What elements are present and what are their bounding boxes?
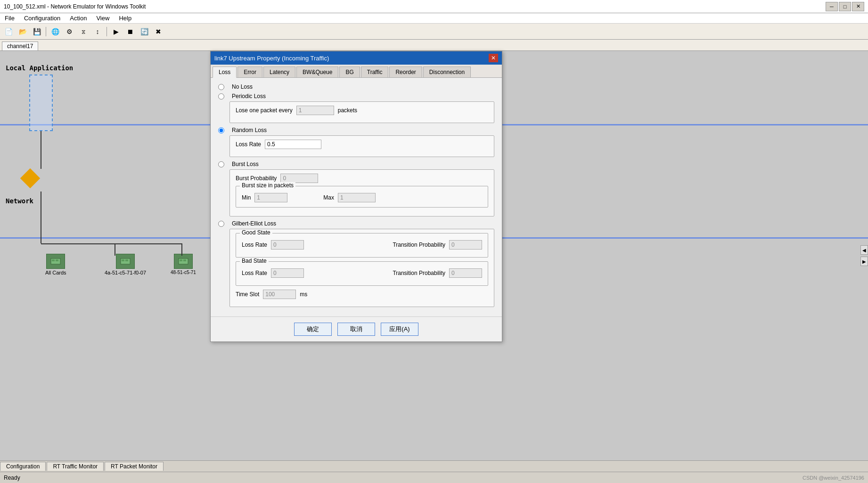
ge-loss-radio[interactable] <box>218 221 224 227</box>
bad-trans-prob-label: Transition Probability <box>393 270 445 276</box>
network-label: Network <box>6 197 33 205</box>
periodic-loss-group: Periodic Loss Lose one packet every pack… <box>218 93 494 123</box>
maximize-button[interactable]: □ <box>839 2 851 11</box>
burst-max-label: Max <box>323 194 334 201</box>
good-loss-rate-input[interactable] <box>271 240 304 250</box>
dialog-title-bar: link7 Upstream Property (Incoming Traffi… <box>211 51 502 65</box>
tab-loss[interactable]: Loss <box>213 67 237 78</box>
burst-loss-radio[interactable] <box>218 161 224 167</box>
net-node-label-1: All Cards <box>45 270 66 275</box>
apply-button[interactable]: 应用(A) <box>381 323 418 336</box>
time-slot-row: Time Slot ms <box>236 290 488 299</box>
cancel-button[interactable]: 取消 <box>337 323 375 336</box>
ge-loss-row: Gilbert-Elliot Loss <box>218 220 494 227</box>
status-bar: Ready CSDN @weixin_42574196 <box>0 472 868 483</box>
toolbar-settings[interactable]: ⚙ <box>63 25 76 38</box>
tab-latency[interactable]: Latency <box>263 67 295 77</box>
bottom-tab-rt-packet[interactable]: RT Packet Monitor <box>105 462 164 471</box>
bad-state-title: Bad State <box>240 258 269 264</box>
no-loss-row: No Loss <box>218 83 494 90</box>
random-loss-radio[interactable] <box>218 127 224 133</box>
random-loss-section: Loss Rate <box>229 135 494 157</box>
bad-loss-rate-input[interactable] <box>271 268 304 278</box>
toolbar-link[interactable]: ⧖ <box>77 25 90 38</box>
toolbar-separator-2 <box>106 27 107 36</box>
channel-tab[interactable]: channel17 <box>2 42 38 50</box>
burst-min-label: Min <box>242 194 251 201</box>
svg-rect-1 <box>52 259 55 261</box>
bad-trans-prob-input[interactable] <box>449 268 482 278</box>
time-slot-unit: ms <box>300 291 307 298</box>
net-node-label-2: 4a-51-c5-71-f0-07 <box>105 270 146 275</box>
tab-traffic[interactable]: Traffic <box>361 67 389 77</box>
toolbar-open[interactable]: 📂 <box>16 25 29 38</box>
close-button[interactable]: ✕ <box>852 2 864 11</box>
dialog-tabs: Loss Error Latency BW&Queue BG Traffic R… <box>211 65 502 78</box>
burst-loss-row: Burst Loss <box>218 161 494 167</box>
toolbar-separator-1 <box>46 27 46 36</box>
periodic-loss-label: Periodic Loss <box>232 93 266 100</box>
no-loss-label: No Loss <box>232 83 253 90</box>
scroll-down-button[interactable]: ▶ <box>860 257 868 266</box>
net-node-icon-2 <box>116 254 135 269</box>
burst-min-input[interactable] <box>254 193 287 202</box>
toolbar-network[interactable]: 🌐 <box>49 25 62 38</box>
time-slot-input[interactable] <box>263 290 296 299</box>
time-slot-label: Time Slot <box>236 291 259 298</box>
burst-size-title: Burst size in packets <box>240 182 295 189</box>
menu-configuration[interactable]: Configuration <box>21 14 63 23</box>
h-connector-2 <box>41 243 182 244</box>
bad-loss-rate-label: Loss Rate <box>242 270 267 276</box>
toolbar-stop[interactable]: ⏹ <box>123 25 137 38</box>
random-loss-row: Random Loss <box>218 127 494 133</box>
dialog-footer: 确定 取消 应用(A) <box>211 316 502 341</box>
tab-bg[interactable]: BG <box>339 67 360 77</box>
minimize-button[interactable]: ─ <box>826 2 838 11</box>
periodic-loss-row: Periodic Loss <box>218 93 494 100</box>
burst-prob-label: Burst Probability <box>236 175 277 182</box>
svg-rect-4 <box>122 259 124 261</box>
menu-help[interactable]: Help <box>116 14 134 23</box>
random-loss-form-row: Loss Rate <box>236 140 488 149</box>
tab-reorder[interactable]: Reorder <box>389 67 422 77</box>
channel-tab-bar: channel17 <box>0 40 868 51</box>
window-title: 10_100_512.xml - Network Emulator for Wi… <box>4 3 826 10</box>
tab-error[interactable]: Error <box>237 67 262 77</box>
net-node-label-3: 48-51-c5-71 <box>171 270 196 275</box>
network-card-icon <box>50 257 61 266</box>
status-text: Ready <box>4 475 20 481</box>
scroll-up-button[interactable]: ◀ <box>860 245 868 255</box>
burst-prob-input[interactable] <box>280 174 318 183</box>
toolbar-play[interactable]: ▶ <box>109 25 123 38</box>
net-node-card2: 4a-51-c5-71-f0-07 <box>105 254 146 275</box>
toolbar-new[interactable]: 📄 <box>2 25 15 38</box>
burst-max-input[interactable] <box>338 193 376 202</box>
title-bar: 10_100_512.xml - Network Emulator for Wi… <box>0 0 868 13</box>
dialog-close-button[interactable]: ✕ <box>489 54 498 62</box>
good-trans-prob-input[interactable] <box>449 240 482 250</box>
periodic-loss-input[interactable] <box>296 106 334 115</box>
random-loss-label: Random Loss <box>232 127 267 133</box>
tab-disconnection[interactable]: Disconnection <box>423 67 471 77</box>
toolbar-save[interactable]: 💾 <box>30 25 43 38</box>
confirm-button[interactable]: 确定 <box>294 323 332 336</box>
random-loss-rate-label: Loss Rate <box>236 141 261 148</box>
good-trans-prob-label: Transition Probability <box>393 242 445 248</box>
bottom-tab-configuration[interactable]: Configuration <box>0 462 46 471</box>
good-loss-rate-label: Loss Rate <box>242 242 267 248</box>
toolbar-sort[interactable]: ↕ <box>91 25 104 38</box>
tab-bwqueue[interactable]: BW&Queue <box>296 67 338 77</box>
v-connector-1 <box>41 131 41 169</box>
menu-action[interactable]: Action <box>67 14 90 23</box>
random-loss-rate-input[interactable] <box>265 140 321 149</box>
periodic-loss-field-label: Lose one packet every <box>236 107 293 114</box>
svg-rect-7 <box>180 259 182 261</box>
toolbar-refresh[interactable]: 🔄 <box>138 25 151 38</box>
random-loss-group: Random Loss Loss Rate <box>218 127 494 157</box>
menu-view[interactable]: View <box>93 14 112 23</box>
toolbar-delete[interactable]: ✖ <box>152 25 165 38</box>
menu-file[interactable]: File <box>2 14 17 23</box>
no-loss-radio[interactable] <box>218 84 224 90</box>
bottom-tab-rt-traffic[interactable]: RT Traffic Monitor <box>47 462 104 471</box>
periodic-loss-radio[interactable] <box>218 93 224 100</box>
